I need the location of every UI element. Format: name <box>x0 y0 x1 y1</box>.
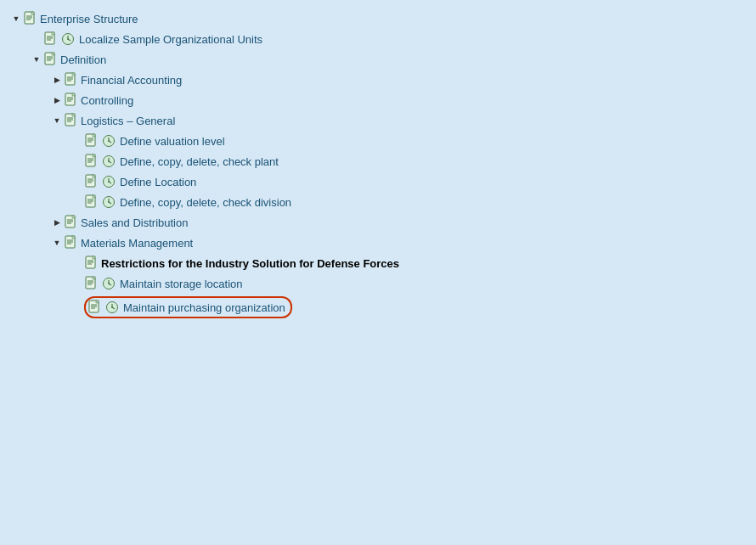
svg-rect-35 <box>93 134 95 137</box>
definition-row[interactable]: ▼ Definition <box>29 49 748 70</box>
purchasing-org-row[interactable]: Maintain purchasing organization <box>70 294 748 321</box>
doc-icon <box>84 174 99 189</box>
enterprise-structure-row[interactable]: ▼ Enterprise Structure <box>8 8 748 29</box>
toggle-financial[interactable]: ▶ <box>51 74 63 86</box>
doc-icon <box>84 256 99 271</box>
doc-icon <box>23 11 38 26</box>
doc-icon <box>43 31 59 47</box>
svg-rect-20 <box>72 73 75 76</box>
toggle-sales[interactable]: ▶ <box>51 216 63 228</box>
svg-point-69 <box>108 201 110 203</box>
doc-icon <box>84 194 99 210</box>
svg-rect-76 <box>72 236 75 239</box>
svg-rect-81 <box>93 256 95 259</box>
svg-rect-1 <box>31 12 34 14</box>
doc-icon <box>84 154 99 169</box>
clock-icon <box>104 300 120 315</box>
doc-icon <box>64 215 79 230</box>
purchasing-org-highlight[interactable]: Maintain purchasing organization <box>84 296 292 318</box>
doc-icon <box>64 235 79 250</box>
tree-container: ▼ Enterprise Structure <box>0 0 756 545</box>
root-node: ▼ Enterprise Structure <box>8 8 748 321</box>
svg-point-60 <box>108 181 110 183</box>
clock-icon <box>101 194 116 210</box>
define-location-label: Define Location <box>120 176 196 188</box>
copy-division-row[interactable]: Define, copy, delete, check division <box>70 192 748 212</box>
restrictions-label: Restrictions for the Industry Solution f… <box>101 257 399 270</box>
localize-label: Localize Sample Organizational Units <box>79 33 262 46</box>
svg-rect-53 <box>93 175 95 177</box>
logistics-children: Define valuation level <box>70 131 748 212</box>
purchasing-org-label: Maintain purchasing organization <box>123 301 285 314</box>
definition-node: ▼ Definition <box>29 49 748 321</box>
sales-distribution-row[interactable]: ▶ Sales and Distribution <box>49 212 748 233</box>
clock-icon <box>101 276 116 291</box>
materials-row[interactable]: ▼ Materials Management <box>49 233 748 253</box>
logistics-label: Logistics – General <box>81 115 175 127</box>
doc-icon <box>64 72 79 87</box>
logistics-row[interactable]: ▼ Logistics – General <box>49 110 748 131</box>
storage-location-row[interactable]: Maintain storage location <box>70 273 748 294</box>
financial-accounting-row[interactable]: ▶ Financial Accounting <box>49 70 748 90</box>
copy-division-label: Define, copy, delete, check division <box>120 196 291 209</box>
toggle-materials[interactable]: ▼ <box>51 237 63 249</box>
clock-icon <box>101 154 116 169</box>
materials-label: Materials Management <box>81 237 193 250</box>
copy-plant-row[interactable]: Define, copy, delete, check plant <box>70 151 748 171</box>
toggle-enterprise[interactable]: ▼ <box>10 13 22 25</box>
sales-distribution-label: Sales and Distribution <box>81 216 188 229</box>
doc-icon <box>64 93 79 108</box>
enterprise-structure-children: Localize Sample Organizational Units ▼ <box>29 29 748 321</box>
enterprise-structure-label: Enterprise Structure <box>40 13 138 25</box>
svg-rect-25 <box>72 93 75 96</box>
svg-rect-71 <box>72 216 75 218</box>
toggle-logistics[interactable]: ▼ <box>51 115 63 126</box>
svg-rect-86 <box>93 277 95 279</box>
toggle-definition[interactable]: ▼ <box>31 53 42 65</box>
svg-point-102 <box>111 306 113 308</box>
controlling-row[interactable]: ▶ Controlling <box>49 90 748 110</box>
svg-point-93 <box>108 283 110 284</box>
valuation-level-label: Define valuation level <box>120 135 225 148</box>
doc-icon <box>43 52 59 67</box>
controlling-label: Controlling <box>81 94 133 107</box>
clock-icon <box>101 174 116 189</box>
svg-rect-15 <box>52 53 54 55</box>
svg-rect-30 <box>72 114 75 116</box>
define-location-row[interactable]: Define Location <box>70 171 748 192</box>
clock-icon <box>101 133 116 149</box>
copy-plant-label: Define, copy, delete, check plant <box>120 155 279 168</box>
localize-row[interactable]: Localize Sample Organizational Units <box>29 29 748 49</box>
doc-icon <box>64 113 79 128</box>
toggle-controlling[interactable]: ▶ <box>51 94 63 106</box>
svg-rect-44 <box>93 155 95 157</box>
materials-children: Restrictions for the Industry Solution f… <box>70 253 748 321</box>
svg-point-51 <box>108 160 110 162</box>
materials-node: ▼ Materials Management <box>49 233 748 321</box>
svg-rect-62 <box>93 195 95 198</box>
financial-accounting-label: Financial Accounting <box>81 74 182 87</box>
svg-rect-95 <box>96 301 99 303</box>
storage-location-label: Maintain storage location <box>120 278 243 290</box>
svg-point-13 <box>67 38 69 40</box>
doc-icon <box>84 133 99 149</box>
logistics-node: ▼ Logistics – General <box>49 110 748 212</box>
definition-children: ▶ Financial Accounting <box>49 70 748 321</box>
restrictions-row[interactable]: Restrictions for the Industry Solution f… <box>70 253 748 273</box>
doc-icon <box>84 276 99 291</box>
svg-rect-6 <box>52 32 54 35</box>
doc-icon <box>87 300 103 315</box>
svg-point-42 <box>108 140 110 142</box>
valuation-level-row[interactable]: Define valuation level <box>70 131 748 151</box>
definition-label: Definition <box>60 53 106 66</box>
clock-icon <box>60 31 76 47</box>
